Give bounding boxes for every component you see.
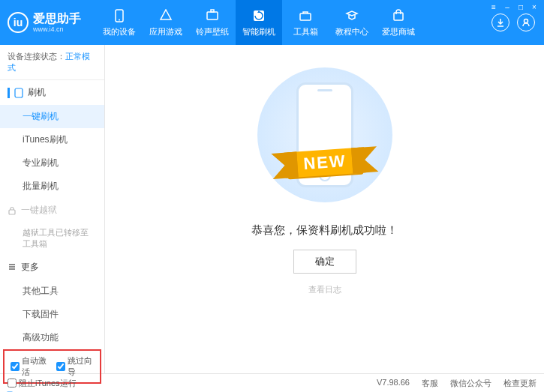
section-flash: 刷机 一键刷机 iTunes刷机 专业刷机 批量刷机 — [0, 80, 104, 198]
svg-point-1 — [119, 19, 120, 20]
sidebar-item-other-tools[interactable]: 其他工具 — [0, 280, 104, 303]
sidebar-item-advanced[interactable]: 高级功能 — [0, 326, 104, 349]
success-message: 恭喜您，保资料刷机成功啦！ — [251, 223, 398, 238]
app-name: 爱思助手 — [33, 12, 81, 25]
nav-tutorial[interactable]: 教程中心 — [329, 0, 375, 45]
nav-my-device[interactable]: 我的设备 — [96, 0, 143, 45]
app-logo: iu 爱思助手 www.i4.cn — [8, 12, 81, 33]
checkbox-skip-guide[interactable]: 跳过向导 — [56, 355, 95, 378]
phone-icon — [14, 88, 23, 98]
view-log-link[interactable]: 查看日志 — [308, 284, 341, 295]
status-label: 设备连接状态： — [8, 52, 65, 61]
svg-point-7 — [524, 19, 528, 23]
nav-ringtone[interactable]: 铃声壁纸 — [189, 0, 236, 45]
main-nav: 我的设备 应用游戏 铃声壁纸 智能刷机 工具箱 教程中心 爱思商城 — [96, 0, 422, 45]
nav-apps[interactable]: 应用游戏 — [143, 0, 189, 45]
content-area: NEW 恭喜您，保资料刷机成功啦！ 确定 查看日志 — [105, 45, 544, 373]
toolbox-icon — [298, 8, 313, 23]
version-label: V7.98.66 — [377, 378, 410, 389]
window-controls: ≡ – □ × — [488, 3, 539, 11]
nav-flash[interactable]: 智能刷机 — [236, 0, 282, 45]
section-more: 更多 其他工具 下载固件 高级功能 — [0, 255, 104, 349]
new-banner: NEW — [286, 148, 363, 178]
tutorial-icon — [344, 8, 359, 23]
menu-button[interactable]: ≡ — [488, 3, 499, 11]
section-head-jailbreak[interactable]: 一键越狱 — [0, 198, 104, 223]
footer-right: V7.98.66 客服 微信公众号 检查更新 — [377, 378, 536, 389]
nav-label: 智能刷机 — [242, 26, 275, 37]
sidebar-item-batch[interactable]: 批量刷机 — [0, 175, 104, 198]
sidebar-item-download-fw[interactable]: 下载固件 — [0, 303, 104, 326]
section-title: 更多 — [21, 261, 39, 274]
minimize-button[interactable]: – — [502, 3, 512, 11]
main: 设备连接状态：正常模式 刷机 一键刷机 iTunes刷机 专业刷机 批量刷机 一… — [0, 45, 544, 373]
device-info[interactable]: iPhone 12 mini 64GB Down-12mini-13,1 — [0, 388, 104, 392]
nav-store[interactable]: 爱思商城 — [375, 0, 422, 45]
titlebar: ≡ – □ × iu 爱思助手 www.i4.cn 我的设备 应用游戏 铃声壁纸… — [0, 0, 544, 45]
app-url: www.i4.cn — [33, 25, 81, 33]
apps-icon — [158, 8, 173, 23]
footer-link-update[interactable]: 检查更新 — [503, 378, 536, 389]
flash-icon — [251, 8, 266, 23]
download-button[interactable] — [491, 13, 509, 31]
accent-bar — [8, 88, 10, 98]
section-jailbreak: 一键越狱 越狱工具已转移至 工具箱 — [0, 198, 104, 255]
svg-rect-6 — [394, 13, 403, 20]
ringtone-icon — [205, 8, 220, 23]
sidebar-item-oneclick[interactable]: 一键刷机 — [0, 105, 104, 128]
nav-label: 爱思商城 — [382, 26, 415, 37]
svg-rect-2 — [207, 12, 218, 19]
store-icon — [391, 8, 406, 23]
svg-rect-3 — [211, 10, 214, 12]
jailbreak-note: 越狱工具已转移至 工具箱 — [0, 223, 104, 255]
sidebar: 设备连接状态：正常模式 刷机 一键刷机 iTunes刷机 专业刷机 批量刷机 一… — [0, 45, 105, 373]
device-icon — [112, 8, 127, 23]
nav-label: 铃声壁纸 — [196, 26, 229, 37]
logo-icon: iu — [8, 12, 29, 33]
checkbox-block-itunes[interactable]: 阻止iTunes运行 — [8, 378, 77, 389]
sidebar-item-pro[interactable]: 专业刷机 — [0, 151, 104, 175]
section-head-more[interactable]: 更多 — [0, 255, 104, 280]
footer-link-wechat[interactable]: 微信公众号 — [450, 378, 491, 389]
maximize-button[interactable]: □ — [515, 3, 526, 11]
nav-label: 教程中心 — [335, 26, 368, 37]
nav-toolbox[interactable]: 工具箱 — [282, 0, 329, 45]
section-title: 一键越狱 — [21, 204, 57, 217]
ok-button[interactable]: 确定 — [293, 250, 356, 274]
titlebar-right — [491, 13, 535, 31]
success-illustration: NEW — [242, 67, 407, 202]
list-icon — [8, 262, 17, 271]
nav-label: 工具箱 — [293, 26, 318, 37]
nav-label: 我的设备 — [103, 26, 136, 37]
section-head-flash[interactable]: 刷机 — [0, 80, 104, 105]
svg-rect-8 — [15, 88, 23, 97]
svg-rect-9 — [9, 210, 15, 214]
close-button[interactable]: × — [529, 3, 539, 11]
nav-label: 应用游戏 — [149, 26, 182, 37]
lock-icon — [8, 206, 17, 215]
section-title: 刷机 — [28, 86, 46, 99]
user-button[interactable] — [517, 13, 535, 31]
sidebar-item-itunes[interactable]: iTunes刷机 — [0, 128, 104, 151]
checkbox-auto-activate[interactable]: 自动激活 — [11, 355, 49, 378]
footer-link-support[interactable]: 客服 — [422, 378, 438, 389]
svg-rect-5 — [300, 13, 311, 20]
connection-status: 设备连接状态：正常模式 — [0, 45, 104, 80]
